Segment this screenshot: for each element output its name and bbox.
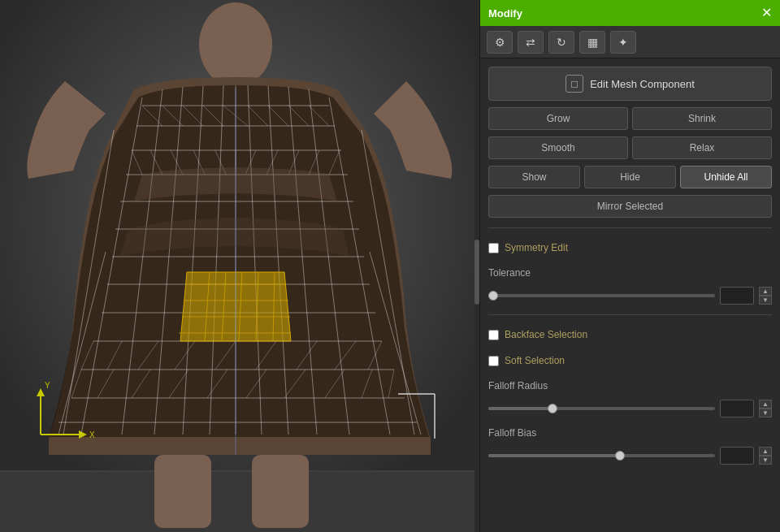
falloff-radius-slider-row: 2.33 ▲ ▼ [488,400,772,417]
falloff-radius-thumb [548,404,557,413]
panel-header: Modify ✕ [480,0,780,26]
scrollbar-thumb[interactable] [474,240,479,305]
checker-toolbar-btn[interactable]: ▦ [579,31,605,54]
sliders-icon: ⚙ [495,36,505,49]
falloff-bias-fill [488,454,620,457]
falloff-radius-track[interactable] [488,407,715,410]
falloff-radius-spinner: ▲ ▼ [759,400,772,417]
falloff-bias-slider-row: 0.44 ▲ ▼ [488,447,772,465]
mesh-viewport: Y X [0,0,479,532]
tolerance-label: Tolerance [488,267,772,279]
unhide-all-button[interactable]: Unhide All [680,166,772,188]
tolerance-thumb [488,291,498,301]
falloff-radius-decrement-button[interactable]: ▼ [759,409,772,417]
tolerance-slider-row: 0.00 ▲ ▼ [488,287,772,305]
relax-button[interactable]: Relax [632,136,772,159]
falloff-radius-input[interactable]: 2.33 [720,400,754,417]
soft-selection-label[interactable]: Soft Selection [505,355,565,366]
symmetry-edit-label[interactable]: Symmetry Edit [505,242,568,253]
hide-button[interactable]: Hide [584,166,676,188]
grow-shrink-row: Grow Shrink [488,107,772,130]
tolerance-track[interactable] [488,294,715,297]
svg-text:Y: Y [45,381,50,390]
soft-selection-checkbox[interactable] [488,356,499,366]
smooth-relax-row: Smooth Relax [488,136,772,159]
falloff-radius-increment-button[interactable]: ▲ [759,400,772,409]
falloff-radius-fill [488,407,552,410]
checker-icon: ▦ [587,36,598,49]
falloff-bias-label: Falloff Bias [488,427,772,439]
sliders-toolbar-btn[interactable]: ⚙ [487,31,513,54]
edit-mesh-label: Edit Mesh Component [590,78,695,90]
panel-close-button[interactable]: ✕ [761,6,772,19]
soft-selection-row: Soft Selection [488,351,772,370]
falloff-bias-spinner: ▲ ▼ [759,447,772,465]
edit-mesh-component-button[interactable]: ◻ Edit Mesh Component [488,67,772,101]
backface-selection-row: Backface Selection [488,325,772,344]
svg-rect-5 [252,455,309,528]
refresh-toolbar-btn[interactable]: ↻ [548,31,574,54]
visibility-row: Show Hide Unhide All [488,166,772,188]
falloff-bias-thumb [615,451,625,461]
svg-rect-1 [0,471,479,532]
show-button[interactable]: Show [488,166,580,188]
separator-1 [488,227,772,228]
panel-content: ◻ Edit Mesh Component Grow Shrink Smooth… [480,58,780,532]
panel-title: Modify [488,7,522,19]
svg-text:X: X [89,430,95,439]
smooth-button[interactable]: Smooth [488,136,628,159]
tolerance-spinner: ▲ ▼ [759,287,772,305]
svg-rect-4 [154,455,211,528]
mirror-selected-button[interactable]: Mirror Selected [488,195,772,218]
symmetry-edit-checkbox[interactable] [488,243,499,253]
viewport-scrollbar[interactable] [474,0,479,532]
backface-selection-checkbox[interactable] [488,330,499,340]
grow-button[interactable]: Grow [488,107,628,130]
falloff-radius-label: Falloff Radius [488,380,772,391]
refresh-icon: ↻ [557,36,566,49]
arrows-toolbar-btn[interactable]: ⇄ [518,31,544,54]
svg-point-3 [199,2,272,87]
backface-selection-label[interactable]: Backface Selection [505,329,587,340]
falloff-bias-decrement-button[interactable]: ▼ [759,456,772,465]
shrink-button[interactable]: Shrink [632,107,772,130]
falloff-bias-track[interactable] [488,454,715,457]
falloff-bias-input[interactable]: 0.44 [720,447,754,465]
atom-icon: ✦ [618,36,628,49]
falloff-bias-increment-button[interactable]: ▲ [759,447,772,456]
atom-toolbar-btn[interactable]: ✦ [610,31,636,54]
mesh-component-icon: ◻ [566,75,583,93]
symmetry-edit-row: Symmetry Edit [488,238,772,257]
modify-panel: Modify ✕ ⚙ ⇄ ↻ ▦ ✦ ◻ Edit Mesh Component [479,0,780,532]
tolerance-value-input[interactable]: 0.00 [720,287,754,305]
separator-2 [488,314,772,315]
viewport[interactable]: Y X [0,0,479,532]
panel-toolbar: ⚙ ⇄ ↻ ▦ ✦ [480,26,780,58]
transfer-icon: ⇄ [526,36,535,49]
tolerance-decrement-button[interactable]: ▼ [759,296,772,305]
tolerance-increment-button[interactable]: ▲ [759,287,772,296]
